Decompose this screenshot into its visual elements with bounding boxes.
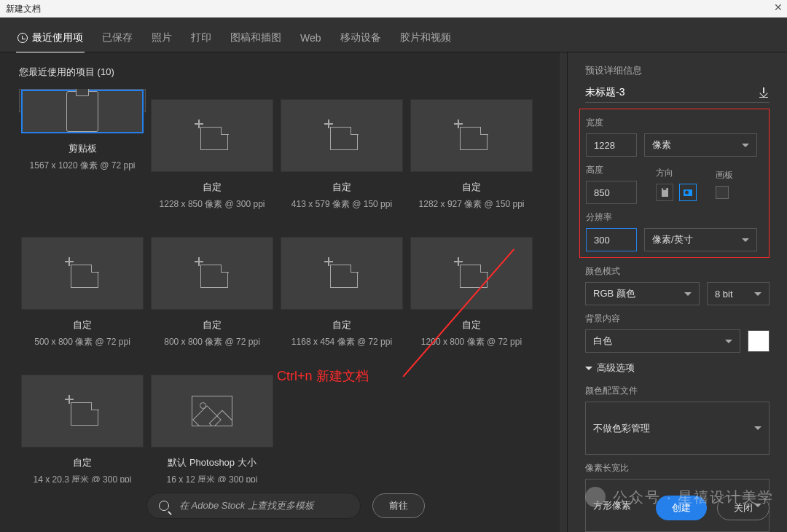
advanced-toggle[interactable]: 高级选项 (585, 361, 770, 375)
scrollbar[interactable] (560, 52, 567, 532)
preset-card[interactable]: 自定800 x 800 像素 @ 72 ppi (149, 227, 275, 356)
preset-card[interactable]: 自定1282 x 927 像素 @ 150 ppi (408, 89, 535, 218)
chevron-down-icon (754, 292, 761, 296)
profile-select[interactable]: 不做色彩管理 (585, 402, 770, 455)
preset-thumb (410, 237, 533, 310)
preset-label: 自定 (73, 318, 92, 332)
preset-meta: 500 x 800 像素 @ 72 ppi (34, 336, 130, 348)
height-label: 高度 (586, 164, 637, 176)
search-placeholder: 在 Adobe Stock 上查找更多模板 (179, 499, 314, 512)
colormode-select[interactable]: RGB 颜色 (585, 282, 700, 305)
triangle-down-icon (585, 367, 592, 370)
preset-card[interactable]: 自定500 x 800 像素 @ 72 ppi (19, 227, 146, 356)
preset-card[interactable]: 自定1228 x 850 像素 @ 300 ppi (149, 89, 275, 218)
preset-card[interactable]: 自定1200 x 800 像素 @ 72 ppi (408, 227, 535, 356)
artboard-checkbox[interactable] (716, 186, 729, 199)
preset-thumb (151, 375, 273, 447)
close-icon[interactable]: ✕ (774, 1, 783, 13)
tab-mobile[interactable]: 移动设备 (339, 24, 383, 53)
preset-meta: 413 x 579 像素 @ 150 ppi (291, 198, 392, 211)
preset-label: 剪贴板 (68, 142, 97, 155)
go-button[interactable]: 前往 (372, 493, 425, 518)
preset-scroll[interactable]: 剪贴板1567 x 1020 像素 @ 72 ppi自定1228 x 850 像… (19, 89, 552, 482)
preset-label: 默认 Photoshop 大小 (168, 456, 256, 469)
bg-swatch[interactable] (748, 330, 770, 352)
tab-photo[interactable]: 照片 (150, 24, 173, 53)
preset-label: 自定 (462, 318, 481, 332)
orientation-landscape-button[interactable] (679, 184, 697, 201)
clock-icon (17, 33, 28, 43)
chevron-down-icon (754, 426, 761, 430)
details-header: 预设详细信息 (585, 64, 770, 77)
preset-thumb (281, 99, 403, 172)
height-input[interactable] (586, 181, 637, 204)
unit-select[interactable]: 像素 (644, 133, 757, 157)
tab-web[interactable]: Web (299, 25, 323, 52)
new-doc-icon (451, 256, 492, 291)
tab-saved[interactable]: 已保存 (101, 24, 134, 53)
preset-card[interactable]: 自定14 x 20.3 厘米 @ 300 ppi (19, 364, 146, 482)
preset-meta: 1567 x 1020 像素 @ 72 ppi (30, 160, 136, 172)
search-icon (159, 501, 169, 511)
save-preset-icon[interactable] (758, 87, 770, 98)
chevron-down-icon (725, 340, 732, 343)
preset-card[interactable]: 默认 Photoshop 大小16 x 12 厘米 @ 300 ppi (149, 364, 275, 482)
preset-card[interactable]: 剪贴板1567 x 1020 像素 @ 72 ppi (19, 89, 146, 112)
colormode-label: 颜色模式 (585, 265, 770, 278)
tab-recent[interactable]: 最近使用项 (16, 24, 85, 53)
wechat-icon (585, 487, 606, 507)
highlight-box: 宽度 像素 高度 方向 (579, 109, 770, 258)
preset-thumb (21, 90, 144, 133)
stock-search-input[interactable]: 在 Adobe Stock 上查找更多模板 (146, 493, 361, 519)
preset-meta: 800 x 800 像素 @ 72 ppi (164, 336, 260, 348)
preset-card[interactable]: 自定1168 x 454 像素 @ 72 ppi (278, 227, 405, 356)
preset-meta: 1228 x 850 像素 @ 300 ppi (160, 198, 265, 211)
width-label: 宽度 (586, 117, 763, 129)
new-doc-icon (62, 394, 103, 429)
new-doc-icon (321, 118, 362, 153)
recent-header: 您最近使用的项目 (10) (19, 66, 552, 79)
resolution-input[interactable] (586, 228, 637, 251)
orientation-portrait-button[interactable] (656, 184, 673, 201)
new-doc-icon (321, 256, 362, 291)
chevron-down-icon (684, 292, 692, 296)
dialog-body: 您最近使用的项目 (10) 剪贴板1567 x 1020 像素 @ 72 ppi… (0, 52, 787, 532)
preset-meta: 1168 x 454 像素 @ 72 ppi (291, 336, 392, 348)
aspect-label: 像素长宽比 (585, 462, 770, 474)
chevron-down-icon (742, 144, 749, 147)
orientation-label: 方向 (656, 167, 697, 179)
tab-film[interactable]: 胶片和视频 (399, 24, 453, 53)
dialog: 最近使用项 已保存 照片 打印 图稿和插图 Web 移动设备 胶片和视频 您最近… (0, 17, 787, 532)
clipboard-icon (66, 91, 98, 132)
preset-meta: 14 x 20.3 厘米 @ 300 ppi (34, 474, 132, 482)
details-panel: 预设详细信息 未标题-3 宽度 像素 高度 (567, 52, 787, 532)
preset-card[interactable]: 自定413 x 579 像素 @ 150 ppi (278, 89, 405, 218)
document-name-input[interactable]: 未标题-3 (585, 86, 624, 99)
preset-thumb (21, 237, 144, 310)
width-input[interactable] (586, 133, 637, 157)
preset-label: 自定 (332, 318, 351, 332)
window-title: 新建文档 (6, 3, 41, 15)
bg-label: 背景内容 (585, 313, 770, 325)
resolution-label: 分辨率 (586, 211, 763, 224)
image-icon (192, 396, 232, 426)
watermark: 公众号 · 星禧设计美学 (585, 487, 774, 507)
tab-print[interactable]: 打印 (189, 24, 213, 53)
artboard-label: 画板 (716, 169, 733, 181)
titlebar: 新建文档 ✕ (0, 0, 787, 17)
chevron-down-icon (742, 238, 749, 242)
bitdepth-select[interactable]: 8 bit (707, 282, 770, 305)
resolution-unit-select[interactable]: 像素/英寸 (644, 228, 757, 251)
preset-grid: 剪贴板1567 x 1020 像素 @ 72 ppi自定1228 x 850 像… (19, 89, 552, 482)
new-doc-icon (192, 118, 232, 153)
new-doc-icon (451, 118, 492, 153)
new-doc-icon (192, 256, 232, 291)
preset-thumb (151, 99, 273, 172)
profile-label: 颜色配置文件 (585, 385, 770, 397)
preset-thumb (281, 237, 403, 310)
preset-label: 自定 (203, 181, 222, 194)
preset-thumb (151, 237, 273, 310)
tab-art[interactable]: 图稿和插图 (229, 24, 283, 53)
preset-label: 自定 (203, 318, 222, 332)
bg-select[interactable]: 白色 (585, 329, 740, 353)
